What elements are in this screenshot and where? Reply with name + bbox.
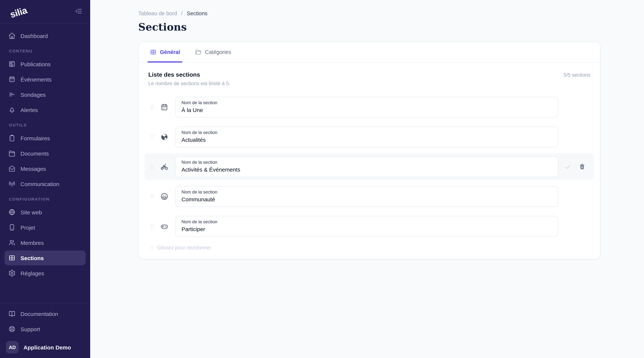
drag-handle-icon[interactable]: [149, 192, 155, 200]
main-content: Tableau de bord / Sections Sections Géné…: [90, 0, 644, 358]
check-icon[interactable]: [564, 163, 571, 170]
sidebar-item-formulaires[interactable]: Formulaires: [4, 131, 86, 146]
sidebar-item-documents[interactable]: Documents: [4, 146, 86, 161]
field-label: Nom de la section: [182, 189, 552, 195]
sections-card: Général Catégories Liste des sections 5/…: [138, 42, 600, 259]
sidebar: silia DashboardCONTENUPublicationsÉvénem…: [0, 0, 90, 358]
sidebar-item-communication[interactable]: Communication: [4, 177, 86, 191]
section-name-input[interactable]: Nom de la sectionActivités & Événements: [175, 156, 558, 177]
sidebar-item-documentation[interactable]: Documentation: [4, 306, 86, 321]
poll-icon: [8, 91, 16, 98]
section-row-actualites: Nom de la sectionActualités: [144, 124, 594, 150]
drag-handle-icon[interactable]: [149, 163, 155, 171]
grid-icon: [8, 254, 16, 262]
section-name-input[interactable]: Nom de la sectionActualités: [175, 127, 558, 147]
sidebar-item-label: Sondages: [20, 91, 46, 98]
globe-icon: [8, 208, 16, 216]
sidebar-item-label: Documentation: [20, 311, 58, 317]
sidebar-item-reglages[interactable]: Réglages: [4, 266, 86, 281]
field-value: Activités & Événements: [182, 166, 552, 174]
field-value: À la Une: [182, 106, 552, 114]
sidebar-item-publications[interactable]: Publications: [4, 57, 86, 71]
sidebar-item-projet[interactable]: Projet: [4, 220, 86, 235]
sidebar-item-label: Projet: [20, 224, 35, 230]
avatar: AD: [6, 341, 19, 354]
field-value: Communauté: [182, 195, 552, 203]
sidebar-item-label: Membres: [20, 239, 44, 246]
page-title: Sections: [138, 21, 644, 33]
nav-group-title-outils: OUTILS: [4, 123, 86, 127]
tab-general[interactable]: Général: [149, 42, 181, 62]
radio-tower-icon: [8, 180, 16, 187]
sidebar-item-membres[interactable]: Membres: [4, 235, 86, 250]
breadcrumb: Tableau de bord / Sections: [138, 10, 644, 16]
nav-group-title-configuration: CONFIGURATION: [4, 197, 86, 201]
sidebar-item-support[interactable]: Support: [4, 322, 86, 337]
smartphone-icon: [8, 224, 16, 231]
newspaper-icon: [8, 60, 16, 68]
folder-open-icon: [195, 49, 202, 55]
calendar-icon: [8, 76, 16, 83]
life-buoy-icon: [8, 325, 16, 333]
section-row-communaute: Nom de la sectionCommunauté: [144, 183, 594, 210]
sidebar-item-evenements[interactable]: Événements: [4, 72, 86, 87]
app-logo: silia: [9, 5, 28, 20]
tab-categories[interactable]: Catégories: [194, 42, 232, 62]
list-header: Liste des sections 5/5 sections: [148, 71, 590, 78]
sidebar-item-label: Documents: [20, 150, 49, 157]
sidebar-item-label: Formulaires: [20, 135, 50, 141]
drag-handle-icon[interactable]: [149, 103, 155, 111]
trash-icon[interactable]: [579, 163, 586, 170]
earth-icon: [160, 133, 168, 141]
tab-bar: Général Catégories: [139, 42, 600, 62]
list-title: Liste des sections: [148, 71, 200, 78]
sidebar-item-label: Sections: [20, 255, 44, 261]
field-value: Actualités: [182, 136, 552, 144]
calendar-icon: [160, 103, 168, 111]
sidebar-header: silia: [0, 0, 90, 24]
field-label: Nom de la section: [182, 100, 552, 106]
card-body: Liste des sections 5/5 sections Le nombr…: [139, 62, 600, 259]
gear-icon: [8, 269, 16, 277]
smile-icon: [160, 192, 168, 200]
list-subtitle: Le nombre de sections est limité à 5.: [148, 81, 590, 86]
sidebar-item-label: Messages: [20, 166, 46, 172]
sidebar-item-messages[interactable]: Messages: [4, 161, 86, 176]
sidebar-item-dashboard[interactable]: Dashboard: [4, 28, 86, 43]
field-label: Nom de la section: [182, 130, 552, 136]
collapse-sidebar-icon[interactable]: [74, 7, 84, 16]
sidebar-item-sondages[interactable]: Sondages: [4, 87, 86, 102]
sidebar-item-sections[interactable]: Sections: [4, 250, 86, 265]
tab-label: Catégories: [205, 49, 231, 55]
sidebar-item-alertes[interactable]: Alertes: [4, 102, 86, 117]
reorder-hint-label: Glissez pour réordonner: [157, 245, 211, 250]
user-menu[interactable]: AD Application Demo: [4, 339, 86, 354]
sidebar-item-label: Communication: [20, 181, 59, 187]
drag-handle-icon[interactable]: [149, 222, 155, 230]
app: silia DashboardCONTENUPublicationsÉvénem…: [0, 0, 644, 358]
sidebar-item-label: Support: [20, 326, 40, 332]
sidebar-item-label: Alertes: [20, 107, 38, 113]
section-rows: Nom de la sectionÀ la UneNom de la secti…: [144, 94, 594, 240]
bike-icon: [160, 163, 168, 171]
field-label: Nom de la section: [182, 219, 552, 225]
reorder-hint: Glissez pour réordonner: [149, 244, 590, 251]
section-row-a-la-une: Nom de la sectionÀ la Une: [144, 94, 594, 121]
breadcrumb-link-dashboard[interactable]: Tableau de bord: [138, 10, 177, 16]
row-actions: [558, 163, 590, 170]
sections-counter: 5/5 sections: [564, 72, 590, 78]
section-name-input[interactable]: Nom de la sectionParticiper: [175, 216, 558, 237]
user-name: Application Demo: [24, 344, 71, 350]
breadcrumb-current: Sections: [187, 10, 208, 16]
drag-handle-icon[interactable]: [149, 133, 155, 141]
grid-icon: [150, 49, 156, 55]
section-name-input[interactable]: Nom de la sectionCommunauté: [175, 186, 558, 207]
sidebar-item-site-web[interactable]: Site web: [4, 205, 86, 219]
sidebar-item-label: Événements: [20, 76, 52, 82]
home-icon: [8, 32, 16, 39]
section-name-input[interactable]: Nom de la sectionÀ la Une: [175, 97, 558, 118]
folder-icon: [8, 150, 16, 157]
field-label: Nom de la section: [182, 159, 552, 165]
sidebar-item-label: Publications: [20, 61, 51, 67]
bell-icon: [8, 106, 16, 114]
